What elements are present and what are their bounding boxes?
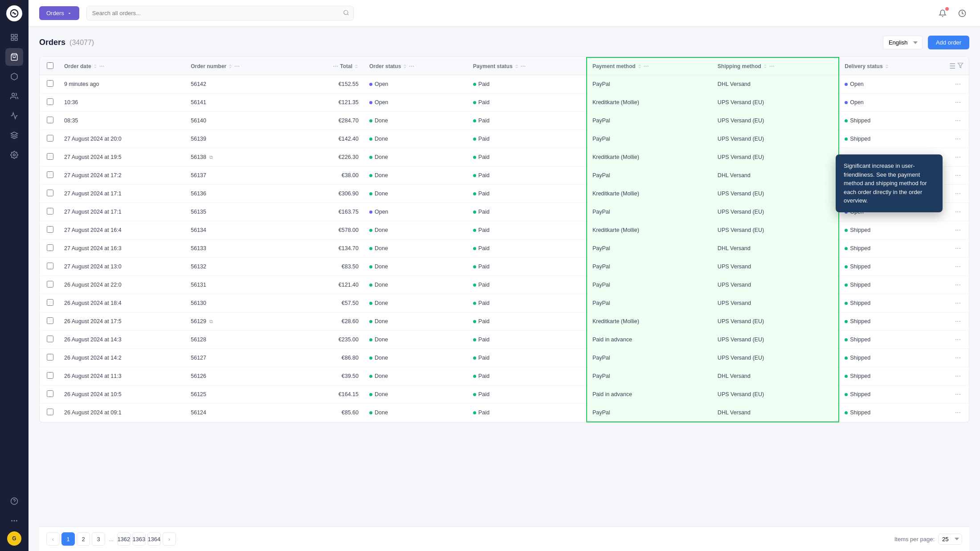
sort-icon-order-status[interactable] — [403, 64, 407, 69]
sort-icon-total[interactable] — [354, 64, 359, 69]
sort-icon-order-number[interactable] — [228, 64, 233, 69]
row-more-button[interactable]: ··· — [952, 353, 964, 363]
td-shipping-method: UPS Versand (EU) — [712, 112, 839, 130]
row-checkbox[interactable] — [47, 244, 53, 251]
order-number-value[interactable]: 56133 — [191, 245, 206, 251]
sidebar-item-apps[interactable] — [5, 126, 23, 144]
order-number-value[interactable]: 56128 — [191, 336, 206, 343]
row-more-button[interactable]: ··· — [952, 408, 964, 417]
row-more-button[interactable]: ··· — [952, 335, 964, 344]
order-number-value[interactable]: 56129 — [191, 318, 206, 324]
pagination-page-2[interactable]: 2 — [77, 532, 90, 546]
row-checkbox[interactable] — [47, 263, 53, 269]
pagination-page-1363[interactable]: 1363 — [132, 532, 146, 546]
row-checkbox[interactable] — [47, 80, 53, 87]
pagination-page-1[interactable]: 1 — [61, 532, 75, 546]
clock-icon[interactable] — [955, 6, 969, 20]
order-number-value[interactable]: 56140 — [191, 117, 206, 124]
orders-dropdown-button[interactable]: Orders — [39, 6, 79, 20]
sidebar-item-dashboard[interactable] — [5, 28, 23, 46]
pagination-page-1362[interactable]: 1362 — [117, 532, 131, 546]
order-number-value[interactable]: 56134 — [191, 227, 206, 233]
row-more-button[interactable]: ··· — [952, 316, 964, 326]
add-order-button[interactable]: Add order — [928, 36, 969, 49]
row-checkbox[interactable] — [47, 354, 53, 361]
row-checkbox[interactable] — [47, 336, 53, 342]
app-logo[interactable] — [6, 5, 22, 21]
td-order-date: 08:35 — [59, 112, 185, 130]
pagination-page-3[interactable]: 3 — [92, 532, 105, 546]
sort-icon-payment-method[interactable] — [637, 64, 642, 69]
sort-icon-shipping-method[interactable] — [763, 64, 768, 69]
row-more-button[interactable]: ··· — [952, 79, 964, 89]
order-status-label: Done — [375, 172, 388, 178]
order-number-value[interactable]: 56126 — [191, 373, 206, 379]
row-more-button[interactable]: ··· — [952, 371, 964, 381]
language-select[interactable]: English German French — [883, 36, 923, 49]
order-number-value[interactable]: 56124 — [191, 409, 206, 416]
pagination-next[interactable]: › — [163, 532, 176, 546]
order-number-value[interactable]: 56135 — [191, 209, 206, 215]
row-more-button[interactable]: ··· — [952, 207, 964, 217]
order-number-value[interactable]: 56127 — [191, 355, 206, 361]
row-more-button[interactable]: ··· — [952, 189, 964, 199]
row-more-button[interactable]: ··· — [952, 280, 964, 290]
order-number-value[interactable]: 56137 — [191, 172, 206, 178]
order-number-value[interactable]: 56130 — [191, 300, 206, 306]
notifications-icon[interactable] — [935, 6, 950, 20]
filter-button[interactable] — [957, 62, 964, 70]
sidebar-item-help[interactable] — [5, 492, 23, 510]
pagination-page-1364[interactable]: 1364 — [147, 532, 161, 546]
order-number-value[interactable]: 56125 — [191, 391, 206, 397]
row-more-button[interactable]: ··· — [952, 262, 964, 271]
row-more-button[interactable]: ··· — [952, 225, 964, 235]
row-more-button[interactable]: ··· — [952, 170, 964, 180]
row-more-button[interactable]: ··· — [952, 243, 964, 253]
row-more-button[interactable]: ··· — [952, 116, 964, 126]
column-settings-button[interactable]: ☰ — [949, 62, 956, 70]
sidebar-item-settings[interactable] — [5, 146, 23, 164]
order-number-value[interactable]: 56142 — [191, 81, 206, 87]
row-checkbox[interactable] — [47, 208, 53, 215]
order-number-value[interactable]: 56136 — [191, 190, 206, 197]
row-checkbox[interactable] — [47, 135, 53, 142]
search-input[interactable] — [86, 6, 354, 20]
row-checkbox[interactable] — [47, 190, 53, 196]
user-avatar[interactable]: G — [7, 531, 21, 546]
select-all-checkbox[interactable] — [47, 62, 53, 69]
row-checkbox[interactable] — [47, 117, 53, 123]
row-more-button[interactable]: ··· — [952, 97, 964, 107]
sidebar-item-orders[interactable] — [5, 48, 23, 66]
row-more-button[interactable]: ··· — [952, 389, 964, 399]
copy-icon[interactable]: ⧉ — [209, 154, 213, 160]
sidebar-item-products[interactable] — [5, 68, 23, 85]
row-checkbox[interactable] — [47, 226, 53, 233]
order-number-value[interactable]: 56139 — [191, 136, 206, 142]
orders-table-container[interactable]: Order date ··· Order number ··· — [39, 57, 969, 423]
row-checkbox[interactable] — [47, 299, 53, 306]
items-per-page-select[interactable]: 25 50 100 — [938, 534, 962, 545]
sidebar-item-notifications[interactable] — [5, 512, 23, 530]
row-checkbox[interactable] — [47, 317, 53, 324]
pagination-prev[interactable]: ‹ — [46, 532, 60, 546]
order-number-value[interactable]: 56131 — [191, 282, 206, 288]
copy-icon[interactable]: ⧉ — [209, 319, 213, 324]
order-number-value[interactable]: 56141 — [191, 99, 206, 105]
row-more-button[interactable]: ··· — [952, 152, 964, 162]
row-more-button[interactable]: ··· — [952, 298, 964, 308]
order-number-value[interactable]: 56138 — [191, 154, 206, 160]
sort-icon-payment-status[interactable] — [514, 64, 519, 69]
row-checkbox[interactable] — [47, 390, 53, 397]
row-checkbox[interactable] — [47, 98, 53, 105]
row-checkbox[interactable] — [47, 409, 53, 415]
order-number-value[interactable]: 56132 — [191, 263, 206, 270]
row-checkbox[interactable] — [47, 281, 53, 288]
sidebar-item-marketing[interactable] — [5, 107, 23, 125]
row-checkbox[interactable] — [47, 153, 53, 160]
sort-icon-order-date[interactable] — [93, 64, 98, 69]
row-more-button[interactable]: ··· — [952, 134, 964, 144]
row-checkbox[interactable] — [47, 372, 53, 379]
sidebar-item-customers[interactable] — [5, 87, 23, 105]
sort-icon-delivery-status[interactable] — [885, 64, 889, 69]
row-checkbox[interactable] — [47, 171, 53, 178]
